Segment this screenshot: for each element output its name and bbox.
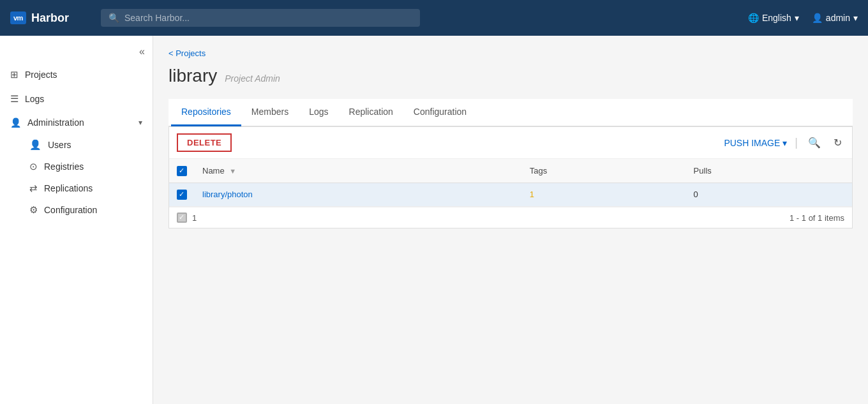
main-layout: « ⊞ Projects ☰ Logs 👤 Administration ▾ 👤… [0, 36, 868, 404]
sidebar-header: « [0, 41, 153, 63]
users-icon: 👤 [29, 139, 41, 151]
registries-label: Registries [44, 161, 84, 172]
app-title: Harbor [31, 11, 69, 25]
users-label: Users [48, 140, 71, 150]
tab-configuration[interactable]: Configuration [403, 99, 477, 126]
collapse-button[interactable]: « [139, 46, 145, 57]
sidebar-logs-label: Logs [25, 94, 44, 104]
user-chevron-icon: ▾ [853, 13, 858, 23]
language-chevron-icon: ▾ [795, 13, 799, 23]
row-name-cell: library/photon [195, 183, 522, 207]
registries-icon: ⊙ [29, 161, 38, 172]
page-title: library [168, 66, 217, 86]
admin-sub-menu: 👤 Users ⊙ Registries ⇄ Replications ⚙ Co… [0, 134, 153, 221]
sidebar-item-projects[interactable]: ⊞ Projects [0, 63, 153, 87]
page-title-area: library Project Admin [168, 66, 853, 86]
row-checkbox[interactable] [177, 190, 187, 200]
col-name-label: Name [202, 166, 225, 176]
th-tags: Tags [522, 159, 686, 183]
push-image-chevron-icon: ▾ [782, 138, 787, 148]
administration-icon: 👤 [10, 117, 21, 128]
header-checkbox[interactable] [177, 166, 187, 176]
user-icon: 👤 [812, 13, 823, 23]
administration-label: Administration [27, 117, 84, 128]
logs-icon: ☰ [10, 93, 19, 105]
projects-icon: ⊞ [10, 69, 19, 80]
main-content: < Projects library Project Admin Reposit… [153, 36, 868, 404]
configuration-icon: ⚙ [29, 204, 38, 216]
th-checkbox [169, 159, 195, 183]
tag-count: 1 [530, 190, 534, 199]
search-icon: 🔍 [108, 13, 119, 23]
username-label: admin [826, 13, 850, 23]
admin-section: 👤 Administration ▾ 👤 Users ⊙ Registries … [0, 111, 153, 221]
footer-selected-count: 1 [192, 213, 197, 223]
user-menu[interactable]: 👤 admin ▾ [812, 13, 858, 23]
language-label: English [762, 13, 791, 23]
table-toolbar: DELETE PUSH IMAGE ▾ | 🔍 ↻ [169, 127, 852, 159]
sidebar-item-administration[interactable]: 👤 Administration ▾ [0, 111, 153, 134]
sidebar-item-registries[interactable]: ⊙ Registries [10, 156, 153, 177]
logo-icon: vm [10, 11, 26, 24]
footer-checkbox[interactable] [177, 213, 187, 223]
search-input[interactable] [124, 13, 412, 23]
table-header-row: Name ▼ Tags Pulls [169, 159, 852, 183]
th-name: Name ▼ [195, 159, 522, 183]
pagination-info: 1 - 1 of 1 items [789, 213, 844, 223]
repositories-table: Name ▼ Tags Pulls library/photon [169, 159, 852, 207]
replications-icon: ⇄ [29, 183, 38, 194]
search-icon[interactable]: 🔍 [805, 135, 823, 150]
top-nav: vm Harbor 🔍 🌐 English ▾ 👤 admin ▾ [0, 0, 868, 36]
sidebar-item-users[interactable]: 👤 Users [10, 134, 153, 156]
table-footer: 1 1 - 1 of 1 items [169, 207, 852, 228]
toolbar-divider: | [795, 136, 798, 149]
sidebar-projects-label: Projects [25, 70, 57, 80]
row-tags-cell: 1 [522, 183, 686, 207]
project-role: Project Admin [225, 73, 280, 84]
admin-chevron-icon: ▾ [138, 118, 142, 127]
sidebar: « ⊞ Projects ☰ Logs 👤 Administration ▾ 👤… [0, 36, 153, 404]
sidebar-item-logs[interactable]: ☰ Logs [0, 87, 153, 111]
tab-logs[interactable]: Logs [299, 99, 338, 126]
refresh-icon[interactable]: ↻ [831, 135, 844, 150]
table-area: DELETE PUSH IMAGE ▾ | 🔍 ↻ [168, 126, 853, 228]
sidebar-item-configuration[interactable]: ⚙ Configuration [10, 199, 153, 221]
tab-members[interactable]: Members [241, 99, 299, 126]
repo-link[interactable]: library/photon [202, 190, 253, 199]
delete-button[interactable]: DELETE [177, 133, 232, 152]
logo-area: vm Harbor [10, 11, 93, 25]
replications-label: Replications [44, 183, 93, 193]
toolbar-right: PUSH IMAGE ▾ | 🔍 ↻ [724, 135, 844, 150]
tabs-bar: Repositories Members Logs Replication Co… [168, 99, 853, 126]
tab-replication[interactable]: Replication [339, 99, 403, 126]
row-pulls-cell: 0 [686, 183, 852, 207]
language-selector[interactable]: 🌐 English ▾ [748, 13, 799, 23]
globe-icon: 🌐 [748, 13, 759, 23]
sidebar-item-replications[interactable]: ⇄ Replications [10, 177, 153, 199]
breadcrumb[interactable]: < Projects [168, 49, 853, 58]
tab-repositories[interactable]: Repositories [171, 99, 241, 126]
nav-right: 🌐 English ▾ 👤 admin ▾ [748, 13, 858, 23]
search-bar[interactable]: 🔍 [101, 9, 420, 27]
th-pulls: Pulls [686, 159, 852, 183]
footer-left: 1 [177, 213, 197, 223]
table-row: library/photon 1 0 [169, 183, 852, 207]
push-image-button[interactable]: PUSH IMAGE ▾ [724, 138, 787, 148]
push-image-label: PUSH IMAGE [724, 138, 780, 148]
sort-icon[interactable]: ▼ [229, 167, 236, 175]
configuration-label: Configuration [44, 205, 97, 215]
row-checkbox-cell [169, 183, 195, 207]
